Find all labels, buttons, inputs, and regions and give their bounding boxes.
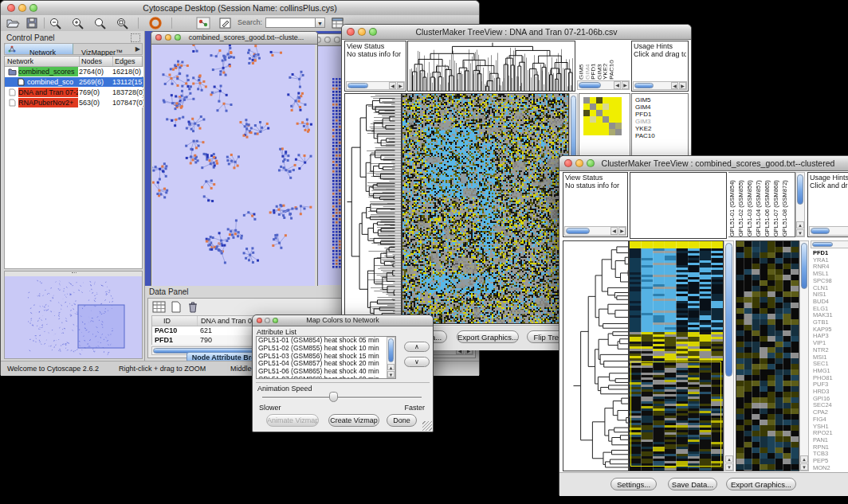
- resize-grip[interactable]: [422, 421, 432, 431]
- minimize-button[interactable]: [165, 34, 171, 41]
- gene-item[interactable]: GIM3: [635, 118, 688, 125]
- zoom-selected-icon[interactable]: [116, 17, 130, 29]
- move-up-button[interactable]: ∧: [404, 342, 430, 352]
- node-icon[interactable]: [196, 17, 210, 29]
- heatmap-canvas[interactable]: [630, 241, 723, 471]
- export-graphics-button[interactable]: Export Graphics...: [726, 478, 796, 490]
- gene-item[interactable]: GIM4: [635, 104, 688, 111]
- search-dropdown-arrow[interactable]: ▼: [315, 18, 325, 28]
- column-label[interactable]: GPL51-04 (GSM857): [755, 173, 764, 236]
- zoom-button[interactable]: [175, 34, 181, 41]
- create-vizmap-button[interactable]: Create Vizmap: [328, 414, 379, 427]
- scroll-left-arrow[interactable]: ◀: [671, 82, 678, 89]
- column-label[interactable]: YKE2: [601, 41, 607, 80]
- column-label[interactable]: GPL51-02 (GSM855): [737, 173, 746, 236]
- scroll-left-arrow[interactable]: ◀: [614, 81, 621, 89]
- scroll-down-arrow[interactable]: ▼: [800, 463, 808, 471]
- zoom-out-icon[interactable]: [49, 17, 63, 29]
- minimize-button[interactable]: [575, 159, 583, 167]
- network-frame-1-titlebar[interactable]: combined_scores_good.txt--cluste...: [151, 32, 317, 45]
- zoom-fit-icon[interactable]: [93, 17, 108, 29]
- gene-item[interactable]: PAC10: [635, 132, 688, 139]
- row-dendrogram-canvas[interactable]: [345, 94, 401, 323]
- usage-hints-hscrollbar[interactable]: [809, 226, 848, 236]
- network-list-header[interactable]: Network Nodes Edges: [5, 57, 142, 67]
- usage-hints-hscrollbar[interactable]: ◀ ▶: [633, 81, 687, 90]
- move-down-button[interactable]: ∨: [404, 357, 430, 367]
- labels-vscrollbar[interactable]: ▲ ▼: [795, 172, 805, 237]
- scroll-up-arrow[interactable]: ▲: [796, 221, 804, 229]
- scroll-up-arrow[interactable]: ▲: [800, 455, 808, 463]
- dialog-titlebar[interactable]: Map Colors to Network: [253, 315, 433, 326]
- heatmap-vscrollbar[interactable]: ▲ ▼: [724, 240, 734, 471]
- scrollbar-thumb[interactable]: [634, 83, 654, 88]
- cytoscape-titlebar[interactable]: Cytoscape Desktop (Session Name: collins…: [1, 1, 479, 16]
- scroll-left-arrow[interactable]: ◀: [610, 227, 618, 235]
- view-status-hscrollbar[interactable]: ◀ ▶: [346, 81, 405, 90]
- network-row-rnapubernov2[interactable]: RNAPuberNov2+ 563(0) 107847(0): [5, 98, 143, 107]
- scrollbar-thumb[interactable]: [725, 243, 732, 377]
- scrollbar-thumb[interactable]: [388, 338, 394, 362]
- network-row-combined-scores[interactable]: combined_scores 2764(0) 16218(0): [5, 67, 143, 76]
- scroll-down-arrow[interactable]: ▼: [796, 229, 804, 236]
- scroll-down-arrow[interactable]: ▼: [725, 463, 733, 471]
- minimize-button[interactable]: [358, 28, 366, 36]
- scrollbar-thumb[interactable]: [566, 228, 590, 234]
- scrollbar-thumb[interactable]: [347, 83, 368, 88]
- help-icon[interactable]: [148, 17, 163, 29]
- annotation-icon[interactable]: [218, 17, 233, 29]
- row-dendrogram-canvas[interactable]: [563, 241, 628, 471]
- column-label[interactable]: GPL51-03 (GSM856): [746, 173, 755, 236]
- float-panel-icon[interactable]: [131, 33, 140, 42]
- column-label[interactable]: GPL51-01 (GSM854): [728, 173, 737, 236]
- scrollbar-thumb[interactable]: [812, 242, 833, 247]
- scroll-right-arrow[interactable]: ▶: [618, 227, 626, 235]
- zoom-heatmap-canvas[interactable]: [736, 241, 799, 471]
- scrollbar-thumb[interactable]: [797, 174, 803, 205]
- column-label[interactable]: GPL51-06 (GSM865): [764, 173, 772, 236]
- similarity-matrix-canvas[interactable]: [583, 97, 622, 135]
- scrollbar-thumb[interactable]: [579, 82, 601, 88]
- gene-item[interactable]: YKE2: [635, 125, 688, 132]
- zoom-in-icon[interactable]: [71, 17, 85, 29]
- save-data-button[interactable]: Save Data...: [668, 478, 717, 490]
- tab-overflow-button[interactable]: ▶: [135, 45, 140, 53]
- network-frame-1[interactable]: combined_scores_good.txt--cluste...: [151, 31, 318, 286]
- scroll-up-arrow[interactable]: ▲: [387, 364, 395, 370]
- scroll-right-arrow[interactable]: ▶: [397, 82, 404, 89]
- zoom-button[interactable]: [29, 4, 37, 12]
- scrollbar-thumb[interactable]: [801, 243, 807, 289]
- column-label[interactable]: GPL51-07 (GSM868): [772, 173, 781, 236]
- labels-hscrollbar[interactable]: ◀ ▶: [577, 80, 630, 90]
- column-dendrogram-canvas[interactable]: [408, 41, 575, 91]
- heatmap-canvas[interactable]: [402, 94, 568, 323]
- close-button[interactable]: [257, 318, 262, 323]
- view-status-hscrollbar[interactable]: ◀ ▶: [564, 226, 626, 236]
- minimize-button[interactable]: [324, 37, 331, 43]
- column-label[interactable]: GPL51-08 (GSM872): [781, 173, 790, 236]
- treeview1-titlebar[interactable]: ClusterMaker TreeView : DNA and Tran 07-…: [342, 25, 691, 40]
- column-dendrogram-frame[interactable]: [630, 172, 727, 239]
- done-button[interactable]: Done: [387, 414, 417, 427]
- zoom-vscrollbar[interactable]: ▲ ▼: [799, 240, 809, 471]
- minimize-button[interactable]: [265, 318, 270, 323]
- scrollbar-thumb[interactable]: [811, 228, 830, 234]
- column-label[interactable]: GIM3: [595, 41, 602, 80]
- gene-list-hscrollbar[interactable]: [811, 240, 848, 248]
- attribute-item[interactable]: GPL51-07 (GSM868) heat shock 60 min: [257, 376, 395, 379]
- column-label[interactable]: PFD1: [589, 41, 595, 80]
- scroll-left-arrow[interactable]: ◀: [389, 82, 396, 89]
- speed-slider-thumb[interactable]: [329, 392, 338, 402]
- gene-item[interactable]: MON2: [813, 465, 848, 471]
- column-label[interactable]: PAC10: [607, 41, 614, 80]
- network-row-dna-tran[interactable]: DNA and Tran 07-21-06b 769(0) 183728(0): [5, 88, 143, 97]
- tab-network[interactable]: Network: [5, 44, 73, 54]
- close-button[interactable]: [7, 4, 15, 12]
- column-label[interactable]: GIM4: [583, 41, 590, 80]
- export-graphics-button[interactable]: Export Graphics...: [457, 330, 519, 343]
- zoom-button[interactable]: [273, 318, 278, 323]
- attribute-list-vscrollbar[interactable]: ▲ ▼: [387, 337, 395, 378]
- gene-item[interactable]: PFD1: [635, 111, 688, 118]
- trash-icon[interactable]: [187, 301, 198, 313]
- animate-vizmap-button[interactable]: Animate Vizmap: [266, 414, 319, 427]
